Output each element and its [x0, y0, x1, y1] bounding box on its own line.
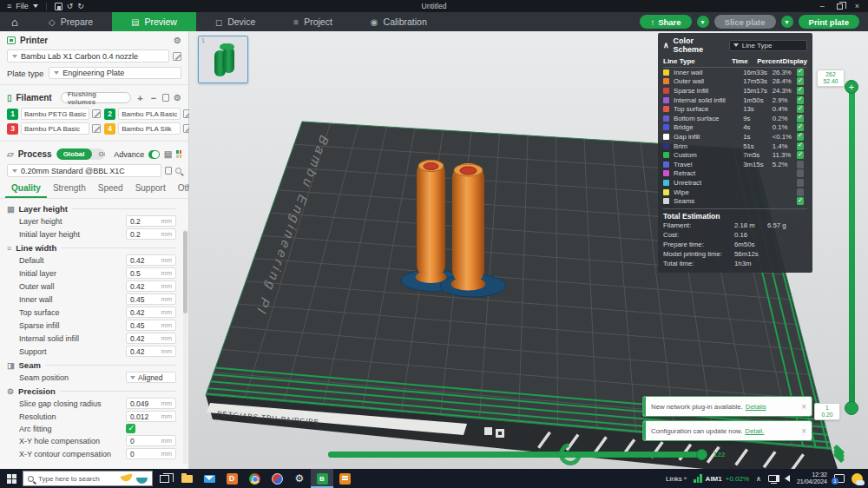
display-checkbox[interactable]: [797, 77, 804, 85]
printer-edit-icon[interactable]: [173, 52, 181, 61]
filament-color-swatch[interactable]: 2: [104, 109, 115, 120]
tab-speed[interactable]: Speed: [92, 181, 129, 198]
search-icon[interactable]: [175, 168, 181, 174]
start-button[interactable]: [0, 469, 23, 488]
initial-layer-height-input[interactable]: 0.2mm: [126, 228, 176, 240]
sparse-infill-width-input[interactable]: 0.45mm: [126, 320, 176, 331]
flushing-volumes-button[interactable]: Flushing volumes: [61, 92, 132, 103]
xy-hole-compensation-input[interactable]: 0mm: [126, 435, 176, 446]
volume-icon[interactable]: [785, 475, 790, 482]
initial-layer-width-input[interactable]: 0.5mm: [126, 267, 176, 279]
details-link[interactable]: Details: [746, 403, 766, 411]
param-list-icon[interactable]: ▤: [164, 149, 172, 159]
search-highlight-image[interactable]: [136, 478, 148, 484]
filament-name[interactable]: Bambu PETG Basic: [21, 108, 89, 120]
d-app-icon[interactable]: D: [220, 469, 243, 488]
notification-center-icon[interactable]: 1: [834, 474, 845, 483]
inner-wall-width-input[interactable]: 0.45mm: [126, 293, 176, 305]
tab-device[interactable]: ◻Device: [196, 12, 274, 31]
close-icon[interactable]: ×: [801, 402, 806, 412]
display-checkbox[interactable]: [797, 161, 804, 168]
task-view-button[interactable]: [153, 469, 175, 488]
step-slider-track[interactable]: [328, 452, 703, 458]
segment-global[interactable]: Global: [56, 148, 92, 160]
layer-slider-track[interactable]: [849, 87, 855, 408]
display-checkbox[interactable]: [797, 105, 804, 113]
clock[interactable]: 12:3221/04/2024: [797, 472, 827, 485]
home-tab[interactable]: ⌂: [0, 12, 30, 31]
tab-calibration[interactable]: ◉Calibration: [352, 12, 446, 31]
resolution-input[interactable]: 0.012mm: [126, 411, 176, 422]
weather-widget-icon[interactable]: [852, 473, 863, 485]
print-plate-button[interactable]: Print plate: [799, 15, 859, 29]
undo-icon[interactable]: ↺: [67, 2, 74, 10]
display-checkbox[interactable]: [797, 169, 804, 177]
display-checkbox[interactable]: [797, 188, 804, 196]
default-width-input[interactable]: 0.42mm: [126, 254, 176, 266]
display-checkbox[interactable]: [797, 133, 804, 141]
model-grip-left[interactable]: [417, 160, 445, 278]
display-checkbox[interactable]: [797, 123, 804, 131]
slice-plate-button[interactable]: Slice plate: [714, 15, 776, 29]
filament-edit-icon[interactable]: [92, 124, 101, 133]
display-checkbox[interactable]: [797, 179, 804, 187]
orange-app-icon[interactable]: [333, 469, 356, 488]
filament-edit-icon[interactable]: [92, 109, 101, 118]
param-palette-icon[interactable]: [176, 150, 181, 158]
support-width-input[interactable]: 0.42mm: [126, 346, 176, 357]
display-checkbox[interactable]: [797, 96, 804, 104]
remove-filament-button[interactable]: −: [149, 93, 158, 103]
print-dropdown-button[interactable]: ▾: [781, 16, 793, 28]
hamburger-menu-icon[interactable]: ≡: [7, 2, 11, 10]
xy-contour-compensation-input[interactable]: 0mm: [126, 448, 176, 459]
segment-objects[interactable]: Objects: [92, 148, 106, 160]
detail-link[interactable]: Detail.: [745, 427, 764, 435]
display-checkbox[interactable]: [797, 87, 804, 95]
save-icon[interactable]: [55, 3, 62, 10]
mail-icon[interactable]: [198, 469, 220, 488]
display-checkbox[interactable]: [797, 69, 804, 76]
chrome-icon[interactable]: [243, 469, 266, 488]
slice-dropdown-button[interactable]: ▾: [697, 16, 709, 28]
stock-widget[interactable]: AIM1 +0.02%: [694, 474, 749, 483]
layer-height-input[interactable]: 0.2mm: [126, 215, 176, 227]
close-button[interactable]: ×: [855, 2, 859, 10]
tab-prepare[interactable]: ◇Prepare: [30, 12, 112, 31]
settings-gear-icon[interactable]: ⚙: [288, 469, 311, 488]
filament-color-swatch[interactable]: 4: [104, 123, 115, 135]
printer-select[interactable]: Bambu Lab X1 Carbon 0.4 nozzle: [7, 49, 169, 63]
tab-quality[interactable]: Quality: [5, 181, 47, 198]
process-preset-select[interactable]: 0.20mm Standard @BBL X1C: [7, 164, 161, 177]
redo-icon[interactable]: ↻: [77, 2, 84, 10]
links-toolbar[interactable]: Links»: [666, 475, 687, 483]
share-button[interactable]: ↑Share: [640, 15, 691, 29]
display-checkbox[interactable]: [797, 197, 804, 205]
arc-fitting-checkbox[interactable]: [126, 424, 135, 433]
model-grip-right[interactable]: [452, 163, 484, 285]
file-explorer-icon[interactable]: [175, 469, 198, 488]
save-preset-icon[interactable]: [165, 167, 172, 175]
global-objects-toggle[interactable]: Global Objects: [56, 148, 106, 160]
printer-settings-gear-icon[interactable]: ⚙: [174, 36, 181, 45]
sidebar-scrollbar-thumb[interactable]: [183, 231, 187, 313]
sync-filament-icon[interactable]: [162, 94, 169, 102]
layers-icon[interactable]: [832, 446, 847, 460]
seam-position-select[interactable]: Aligned: [126, 372, 176, 383]
top-surface-width-input[interactable]: 0.42mm: [126, 307, 176, 318]
slice-gap-input[interactable]: 0.049mm: [126, 398, 176, 409]
tab-support[interactable]: Support: [129, 181, 172, 198]
hidden-icons-chevron[interactable]: ∧: [756, 475, 761, 483]
filament-color-swatch[interactable]: 1: [7, 109, 18, 120]
color-scheme-select[interactable]: Line Type: [729, 40, 807, 51]
tab-preview[interactable]: ▤Preview: [112, 12, 196, 31]
minimize-button[interactable]: –: [820, 2, 825, 10]
filament-name[interactable]: Bambu PLA Basic: [21, 122, 89, 135]
tab-strength[interactable]: Strength: [47, 181, 92, 198]
add-filament-button[interactable]: +: [135, 93, 144, 103]
layer-slider-top-handle[interactable]: +: [845, 80, 858, 94]
filament-settings-gear-icon[interactable]: ⚙: [174, 93, 181, 102]
restore-button[interactable]: [837, 3, 843, 10]
close-icon[interactable]: ×: [801, 426, 806, 436]
step-slider-handle[interactable]: [696, 449, 707, 460]
display-checkbox[interactable]: [797, 151, 804, 159]
